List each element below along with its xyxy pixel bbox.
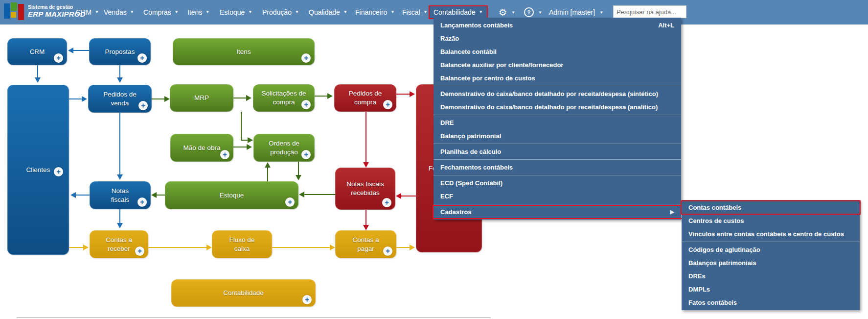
nav-item-vendas[interactable]: Vendas▼	[104, 0, 134, 25]
add-icon[interactable]	[137, 197, 147, 207]
flow-node-pedidos-compra[interactable]: Pedidos de compra	[334, 84, 396, 112]
flow-arrow-line	[75, 195, 90, 196]
add-icon[interactable]	[382, 198, 391, 207]
menu-item-balancete-auxiliar-por-cliente-fornecedor[interactable]: Balancete auxiliar por cliente/fornecedo…	[434, 58, 681, 72]
flow-arrow-line	[396, 247, 411, 248]
menu-item-lancamentos-contabeis[interactable]: Lançamentos contábeisAlt+L	[434, 19, 681, 32]
menu-item-balancos-patrimoniais[interactable]: Balanços patrimoniais	[682, 256, 860, 270]
flow-node-itens[interactable]: Itens	[173, 38, 315, 65]
flow-node-mao-obra[interactable]: Mão de obra	[170, 134, 233, 162]
nav-item-contabilidade[interactable]: Contabilidade▼	[429, 5, 488, 19]
menu-item-label: Contas contábeis	[688, 201, 741, 214]
add-icon[interactable]	[302, 295, 312, 304]
menu-item-vinculos-entre-contas-contabeis-e-centro-de-custos[interactable]: Vínculos entre contas contábeis e centro…	[682, 227, 860, 241]
menu-item-label: Razão	[440, 32, 459, 45]
chevron-down-icon: ▼	[424, 10, 428, 14]
add-icon[interactable]	[383, 100, 392, 109]
nav-item-compras[interactable]: Compras▼	[143, 0, 179, 25]
logo-icon	[4, 2, 24, 21]
menu-item-label: Demonstrativo do caixa/banco detalhado p…	[440, 87, 658, 100]
add-icon[interactable]	[301, 53, 311, 63]
flow-node-solicitacoes[interactable]: Solicitações de compra	[253, 84, 315, 112]
flow-node-contas-receber[interactable]: Contas a receber	[90, 230, 148, 258]
menu-item-planilhas-de-calculo[interactable]: Planilhas de cálculo	[434, 145, 681, 158]
menu-item-contas-contabeis[interactable]: Contas contábeis	[682, 201, 860, 214]
nav-item-producao[interactable]: Produção▼	[262, 0, 299, 25]
flow-node-label: Contabilidade	[223, 289, 264, 297]
flow-arrow-line	[156, 195, 165, 196]
nav-item-label: Compras	[143, 8, 171, 16]
add-icon[interactable]	[138, 101, 148, 110]
add-icon[interactable]	[54, 53, 63, 63]
menu-item-label: DMPLs	[688, 283, 710, 296]
flow-node-propostas[interactable]: Propostas	[89, 38, 151, 65]
flow-node-contas-pagar[interactable]: Contas a pagar	[335, 230, 396, 258]
nav-item-crm[interactable]: CRM▼	[76, 0, 99, 25]
flow-arrow-line	[119, 113, 120, 175]
flow-node-nf-recebidas[interactable]: Notas fiscais recebidas	[335, 168, 395, 210]
flow-arrow-head	[164, 96, 170, 102]
add-icon[interactable]	[135, 246, 144, 256]
menu-item-razao[interactable]: Razão	[434, 32, 681, 45]
menu-item-demonstrativo-do-caixa-banco-detalhado-por-receita-despesa-sintetico[interactable]: Demonstrativo do caixa/banco detalhado p…	[434, 87, 681, 100]
nav-item-label: Estoque	[220, 8, 245, 16]
flow-node-label: Propostas	[105, 48, 135, 56]
flow-arrow-line	[119, 209, 120, 224]
flow-arrow-head	[330, 245, 335, 250]
app-logo[interactable]: Sistema de gestão ERP MAXIPROD	[4, 2, 86, 21]
nav-item-fiscal[interactable]: Fiscal▼	[402, 0, 427, 25]
menu-item-balancete-por-centro-de-custos[interactable]: Balancete por centro de custos	[434, 72, 681, 85]
flow-node-label: Notas fiscais	[111, 187, 130, 204]
flow-node-label: Notas fiscais recebidas	[346, 180, 384, 197]
menu-item-balanco-patrimonial[interactable]: Balanço patrimonial	[434, 129, 681, 143]
add-icon[interactable]	[54, 167, 63, 176]
menu-separator	[682, 242, 860, 242]
chevron-down-icon: ▼	[130, 10, 134, 14]
chevron-down-icon: ▼	[248, 10, 252, 14]
flow-node-label: Solicitações de compra	[262, 89, 306, 106]
flow-node-label: Clientes	[26, 166, 50, 174]
flow-arrow-line	[400, 196, 416, 196]
add-icon[interactable]	[220, 150, 229, 159]
add-icon[interactable]	[137, 53, 147, 63]
flow-node-crm[interactable]: CRM	[7, 38, 67, 65]
menu-item-label: Vínculos entre contas contábeis e centro…	[688, 227, 844, 241]
flow-node-fluxo-caixa[interactable]: Fluxo de caixa	[212, 230, 272, 258]
contabilidade-dropdown-menu: Lançamentos contábeisAlt+LRazãoBalancete…	[434, 18, 681, 220]
flow-node-notas-fiscais[interactable]: Notas fiscais	[90, 181, 151, 209]
nav-item-itens[interactable]: Itens▼	[187, 0, 209, 25]
nav-item-estoque[interactable]: Estoque▼	[220, 0, 252, 25]
flow-arrow-head	[296, 175, 301, 180]
nav-item-qualidade[interactable]: Qualidade▼	[309, 0, 347, 25]
menu-item-dre[interactable]: DRE	[434, 116, 681, 129]
erp-maxiprod-app: CRMPropostasItensClientesPedidos de vend…	[0, 0, 868, 319]
add-icon[interactable]	[285, 197, 295, 207]
gear-icon[interactable]: ⚙	[499, 8, 507, 17]
add-icon[interactable]	[301, 150, 311, 159]
menu-item-ecf[interactable]: ECF	[434, 190, 681, 203]
flow-node-contabilidade[interactable]: Contabilidade	[171, 279, 316, 307]
add-icon[interactable]	[383, 246, 392, 256]
menu-item-codigos-de-aglutinacao[interactable]: Códigos de aglutinação	[682, 243, 860, 256]
menu-item-ecd-sped-contabil[interactable]: ECD (Sped Contábil)	[434, 176, 681, 190]
add-icon[interactable]	[301, 100, 311, 109]
menu-item-cadastros[interactable]: Cadastros▶	[434, 205, 681, 219]
chevron-down-icon: ▼	[479, 10, 483, 14]
menu-item-fatos-contabeis[interactable]: Fatos contábeis	[682, 296, 860, 309]
menu-item-dmpls[interactable]: DMPLs	[682, 283, 860, 296]
nav-item-financeiro[interactable]: Financeiro▼	[355, 0, 394, 25]
help-icon[interactable]: ?	[524, 7, 534, 17]
flow-node-estoque[interactable]: Estoque	[165, 181, 298, 209]
menu-item-fechamentos-contabeis[interactable]: Fechamentos contábeis	[434, 161, 681, 174]
menu-item-demonstrativo-do-caixa-banco-detalhado-por-receita-despesa-analitico[interactable]: Demonstrativo do caixa/banco detalhado p…	[434, 100, 681, 114]
menu-item-dres[interactable]: DREs	[682, 270, 860, 283]
flow-arrow-line	[233, 147, 248, 147]
help-search-input[interactable]	[613, 5, 686, 18]
flow-node-mrp[interactable]: MRP	[170, 84, 233, 112]
menu-item-centros-de-custos[interactable]: Centros de custos	[682, 214, 860, 227]
flow-arrow-head	[151, 192, 157, 198]
flow-node-clientes[interactable]: Clientes	[7, 85, 69, 255]
flow-node-pedidos-venda[interactable]: Pedidos de venda	[88, 85, 152, 113]
menu-item-balancete-contabil[interactable]: Balancete contábil	[434, 45, 681, 58]
flow-node-ordens[interactable]: Ordens de produção	[253, 134, 315, 162]
